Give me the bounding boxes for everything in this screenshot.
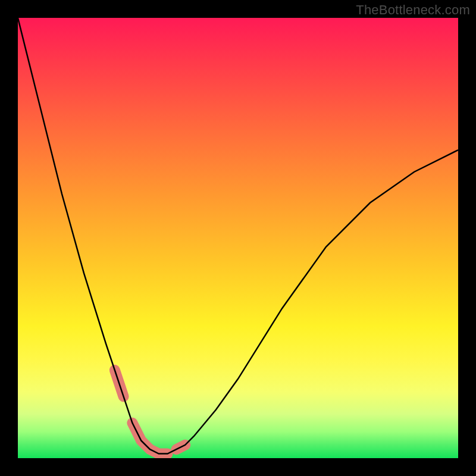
chart-marker-layer [115, 370, 185, 454]
chart-plot-area [18, 18, 458, 458]
outer-frame: TheBottleneck.com [0, 0, 476, 476]
chart-svg [18, 18, 458, 458]
chart-bottleneck-curve [18, 18, 458, 454]
watermark-text: TheBottleneck.com [356, 2, 470, 18]
